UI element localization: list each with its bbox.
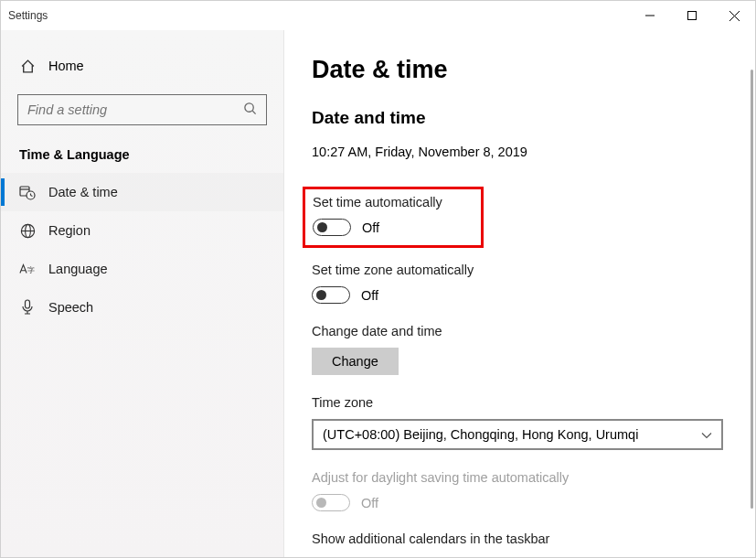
- sidebar-item-label: Date & time: [48, 185, 118, 199]
- sidebar-item-language[interactable]: 字 Language: [1, 250, 283, 288]
- change-button[interactable]: Change: [312, 348, 399, 375]
- dst-state: Off: [361, 496, 378, 510]
- set-tz-auto-toggle[interactable]: [312, 286, 350, 304]
- titlebar: Settings: [1, 1, 755, 30]
- maximize-button[interactable]: [671, 1, 713, 30]
- category-title: Time & Language: [1, 136, 283, 173]
- main-content: Date & time Date and time 10:27 AM, Frid…: [284, 30, 755, 557]
- svg-point-4: [245, 102, 253, 111]
- change-dt-label: Change date and time: [312, 324, 728, 338]
- svg-rect-16: [26, 300, 30, 308]
- calendar-clock-icon: [19, 184, 36, 200]
- globe-icon: [19, 222, 36, 239]
- sidebar-item-label: Speech: [48, 300, 93, 315]
- dst-label: Adjust for daylight saving time automati…: [312, 470, 728, 485]
- sidebar-item-region[interactable]: Region: [1, 211, 283, 250]
- timezone-dropdown[interactable]: (UTC+08:00) Beijing, Chongqing, Hong Kon…: [312, 419, 723, 450]
- svg-line-5: [246, 103, 253, 111]
- sidebar: Home Time & Language Date & time Region …: [1, 30, 284, 557]
- set-time-auto-label: Set time automatically: [313, 195, 474, 209]
- window-title: Settings: [8, 9, 48, 22]
- dst-toggle: [312, 494, 350, 511]
- set-tz-auto-state: Off: [361, 288, 378, 303]
- home-icon: [19, 58, 36, 74]
- set-tz-auto-label: Set time zone automatically: [312, 263, 728, 277]
- sidebar-item-speech[interactable]: Speech: [1, 288, 283, 327]
- chevron-down-icon: [701, 427, 712, 442]
- highlight-annotation: Set time automatically Off: [303, 187, 484, 248]
- language-icon: 字: [19, 261, 36, 277]
- set-time-auto-state: Off: [362, 220, 379, 235]
- titlebar-controls: [629, 1, 755, 30]
- home-label: Home: [48, 59, 84, 73]
- svg-text:字: 字: [27, 266, 35, 274]
- sidebar-item-date-time[interactable]: Date & time: [1, 173, 283, 211]
- search-input[interactable]: [17, 94, 267, 125]
- timezone-label: Time zone: [312, 395, 728, 410]
- page-title: Date & time: [312, 56, 728, 84]
- set-time-auto-toggle[interactable]: [313, 219, 351, 236]
- current-datetime: 10:27 AM, Friday, November 8, 2019: [312, 145, 728, 159]
- microphone-icon: [19, 299, 36, 316]
- search-field[interactable]: [27, 102, 222, 117]
- minimize-button[interactable]: [629, 1, 671, 30]
- section-title: Date and time: [312, 108, 728, 128]
- extra-calendars-label: Show additional calendars in the taskbar: [312, 531, 728, 546]
- scrollbar[interactable]: [751, 70, 753, 509]
- sidebar-item-label: Region: [48, 223, 91, 238]
- sidebar-item-label: Language: [48, 262, 108, 276]
- svg-line-6: [252, 111, 255, 113]
- home-nav[interactable]: Home: [1, 48, 283, 83]
- svg-rect-1: [688, 12, 697, 20]
- search-icon: [243, 102, 257, 119]
- timezone-value: (UTC+08:00) Beijing, Chongqing, Hong Kon…: [323, 427, 638, 442]
- close-button[interactable]: [713, 1, 755, 30]
